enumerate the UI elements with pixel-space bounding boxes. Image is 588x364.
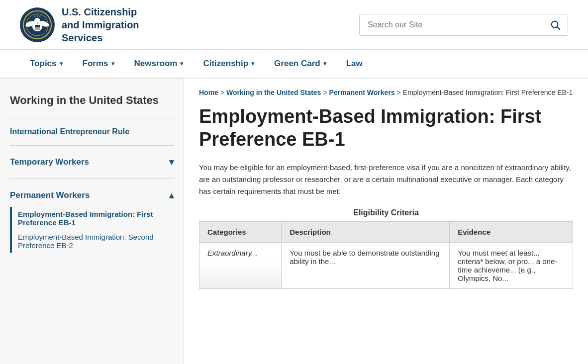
search-bar[interactable] <box>359 14 568 36</box>
eligibility-section: Eligibility Criteria Categories Descript… <box>199 208 573 289</box>
svg-text:★ ★ ★: ★ ★ ★ <box>34 14 42 17</box>
breadcrumb-working[interactable]: Working in the United States <box>226 89 321 96</box>
eligibility-table: Categories Description Evidence Extraord… <box>199 221 573 289</box>
breadcrumb-permanent[interactable]: Permanent Workers <box>329 89 395 96</box>
nav-greencard[interactable]: Green Card ▾ <box>264 50 336 78</box>
breadcrumb: Home > Working in the United States > Pe… <box>199 89 573 96</box>
nav-law-label: Law <box>346 59 363 69</box>
col-header-description: Description <box>282 222 450 243</box>
nav-newsroom-label: Newsroom <box>134 59 178 69</box>
agency-name: U.S. Citizenship and Immigration Service… <box>62 5 139 44</box>
table-cell-category: Extraordinary... <box>199 243 282 289</box>
nav-forms-chevron: ▾ <box>111 60 114 67</box>
svg-point-10 <box>552 21 558 27</box>
search-icon <box>550 19 561 30</box>
intro-text: You may be eligible for an employment-ba… <box>199 162 573 197</box>
eligibility-title: Eligibility Criteria <box>199 208 573 217</box>
sidebar: Working in the United States Internation… <box>0 79 184 364</box>
sidebar-divider-2 <box>10 145 174 146</box>
main-content: Home > Working in the United States > Pe… <box>184 79 588 364</box>
sidebar-link-entrepreneur[interactable]: International Entrepreneur Rule <box>10 125 174 138</box>
temporary-workers-label: Temporary Workers <box>10 157 89 167</box>
col-header-evidence: Evidence <box>450 222 573 243</box>
nav-forms-label: Forms <box>83 59 108 69</box>
nav-forms[interactable]: Forms ▾ <box>73 50 124 78</box>
sidebar-item-eb1[interactable]: Employment-Based Immigration: First Pref… <box>18 207 174 230</box>
table-header-row: Categories Description Evidence <box>199 222 573 243</box>
nav-citizenship-chevron: ▾ <box>251 60 254 67</box>
nav-greencard-label: Green Card <box>274 59 320 69</box>
nav-newsroom[interactable]: Newsroom ▾ <box>124 50 194 78</box>
breadcrumb-current: Employment-Based Immigration: First Pref… <box>403 89 573 96</box>
permanent-workers-label: Permanent Workers <box>10 190 90 200</box>
permanent-workers-chevron: ▴ <box>169 190 174 201</box>
sidebar-divider <box>10 118 174 118</box>
sidebar-section-permanent-workers: Permanent Workers ▴ Employment-Based Imm… <box>10 186 174 253</box>
breadcrumb-home[interactable]: Home <box>199 89 218 96</box>
page-title: Employment-Based Immigration: First Pref… <box>199 105 573 151</box>
nav-newsroom-chevron: ▾ <box>180 60 183 67</box>
svg-line-11 <box>558 27 560 29</box>
svg-rect-8 <box>35 25 40 27</box>
temporary-workers-chevron: ▾ <box>169 157 174 168</box>
sidebar-item-eb2[interactable]: Employment-Based Immigration: Second Pre… <box>18 230 174 253</box>
table-cell-description: You must be able to demonstrate outstand… <box>282 243 450 289</box>
agency-seal: ★ ★ ★ <box>20 7 55 42</box>
sidebar-section-title: Working in the United States <box>10 93 174 108</box>
sidebar-divider-3 <box>10 179 174 179</box>
permanent-workers-toggle[interactable]: Permanent Workers ▴ <box>10 186 174 205</box>
table-cell-evidence: You must meet at least... criteria* belo… <box>450 243 573 289</box>
table-row: Extraordinary... You must be able to dem… <box>199 243 573 289</box>
search-input[interactable] <box>360 15 543 34</box>
sidebar-section-temporary-workers: Temporary Workers ▾ <box>10 153 174 172</box>
nav-topics-chevron: ▾ <box>60 60 63 67</box>
temporary-workers-toggle[interactable]: Temporary Workers ▾ <box>10 153 174 172</box>
nav-citizenship[interactable]: Citizenship ▾ <box>193 50 264 78</box>
nav-topics-label: Topics <box>30 59 57 69</box>
permanent-workers-subitems: Employment-Based Immigration: First Pref… <box>10 207 174 253</box>
nav-greencard-chevron: ▾ <box>323 60 326 67</box>
nav-law[interactable]: Law <box>336 50 373 78</box>
main-nav: Topics ▾ Forms ▾ Newsroom ▾ Citizenship … <box>0 50 588 79</box>
site-header: ★ ★ ★ U.S. Citizenship and Immigration S… <box>0 0 588 50</box>
logo-area: ★ ★ ★ U.S. Citizenship and Immigration S… <box>20 5 139 44</box>
nav-topics[interactable]: Topics ▾ <box>20 50 73 78</box>
content-wrapper: Working in the United States Internation… <box>0 79 588 364</box>
search-button[interactable] <box>543 14 568 35</box>
col-header-categories: Categories <box>199 222 282 243</box>
nav-citizenship-label: Citizenship <box>203 59 248 69</box>
